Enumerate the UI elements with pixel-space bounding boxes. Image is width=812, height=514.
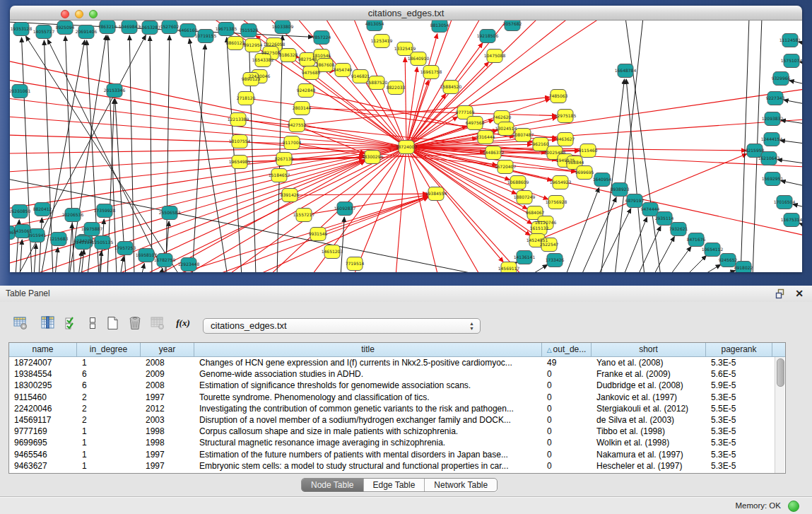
table-row[interactable]: 1872400712008Changes of HCN gene express…: [9, 357, 785, 368]
graph-node-label: 1733426: [546, 257, 565, 262]
graph-node-label: 7863214: [98, 24, 117, 29]
column-header-year[interactable]: year: [141, 343, 194, 356]
graph-edge: [784, 100, 802, 104]
graph-node-label: 6879197: [625, 198, 645, 203]
graph-node-label: 16033809: [272, 24, 294, 29]
table-scrollbar[interactable]: [775, 357, 784, 473]
column-header-pagerank[interactable]: pagerank: [706, 343, 772, 356]
table-selector-dropdown[interactable]: citations_edges.txt ▲▼: [203, 318, 481, 334]
graph-edge: [39, 218, 42, 272]
table-row[interactable]: 911546021997Tourette syndrome. Phenomeno…: [9, 392, 785, 403]
close-panel-icon[interactable]: ✕: [795, 288, 804, 299]
table-row[interactable]: 1938455462009Genome-wide association stu…: [9, 368, 785, 380]
table-cell: Estimation of significance thresholds fo…: [194, 380, 542, 391]
trash-icon[interactable]: [126, 313, 144, 333]
table-cell: Structural magnetic resonance image aver…: [194, 437, 542, 448]
graph-node-label: 9699695: [575, 170, 594, 175]
graph-node-label: 1527602: [160, 24, 180, 29]
graph-node-label: 962160: [533, 141, 549, 146]
graph-node-label: 10469843: [119, 24, 141, 29]
graph-edge: [160, 269, 163, 272]
graph-node-label: 9117004: [283, 140, 302, 145]
sort-ascending-icon: △: [547, 346, 552, 354]
graph-node-label: 20153346: [104, 88, 126, 93]
column-header-in_degree[interactable]: in_degree: [77, 343, 141, 356]
table-cell: 5.3E-5: [706, 357, 772, 368]
graph-edge: [227, 37, 242, 272]
table-row[interactable]: 946362711997Embryonic stem cells: a mode…: [9, 460, 785, 472]
table-row[interactable]: 969969511998Structural magnetic resonanc…: [9, 437, 785, 448]
column-header-title[interactable]: title: [194, 343, 542, 356]
graph-node-label: 17016504: [774, 199, 796, 204]
table-cell: 9115460: [9, 392, 77, 403]
table-row[interactable]: 2242004622012Investigating the contribut…: [9, 403, 785, 414]
graph-node-label: 19654985: [229, 159, 251, 164]
graph-node-label: 10025488: [544, 150, 566, 155]
table-column-icon[interactable]: [39, 313, 57, 333]
network-window-titlebar[interactable]: citations_edges.txt: [10, 6, 802, 21]
graph-node-label: 9329966: [772, 76, 791, 81]
table-cell: Embryonic stem cells: a model to study s…: [194, 460, 542, 472]
tab-edge-table[interactable]: Edge Table: [364, 479, 425, 491]
graph-edge: [717, 271, 736, 272]
table-header-row: namein_degreeyeartitle△out_de...shortpag…: [9, 343, 785, 357]
graph-edge: [581, 197, 616, 272]
column-header-out_de[interactable]: △out_de...: [542, 343, 592, 356]
table-cell: Franke et al. (2009): [592, 368, 706, 380]
graph-edge: [20, 240, 22, 272]
graph-node-label: 7515528: [240, 28, 259, 33]
delete-table-icon[interactable]: [148, 313, 167, 333]
tab-node-table[interactable]: Node Table: [302, 479, 364, 491]
graph-node-label: 16961758: [420, 69, 442, 74]
graph-node-label: 15184657: [269, 173, 290, 177]
table-cell: 2012: [141, 403, 194, 414]
memory-ok-indicator-icon[interactable]: [788, 501, 799, 512]
graph-edge: [78, 251, 82, 272]
graph-node-label: 10688609: [507, 180, 529, 185]
table-row[interactable]: 1830029562008Estimation of significance …: [9, 380, 785, 391]
table-cell: Tourette syndrome. Phenomenology and cla…: [194, 392, 542, 403]
table-cell: 0: [542, 368, 592, 380]
graph-node-label: 2803144: [293, 105, 312, 110]
graph-node-label: 8454749: [334, 67, 353, 72]
table-cell: 1: [77, 426, 141, 437]
network-window[interactable]: citations_edges.txt 19353128140557178925…: [10, 6, 802, 272]
function-icon[interactable]: f(x): [174, 313, 192, 333]
graph-node-label: 9242848: [297, 88, 316, 93]
table-row[interactable]: 977716911998Corpus callosum shape and si…: [9, 426, 785, 437]
tab-network-table[interactable]: Network Table: [425, 479, 497, 491]
graph-edge: [304, 195, 428, 215]
new-file-icon[interactable]: [103, 313, 122, 333]
network-canvas[interactable]: 1935312814055717892509420691406786321410…: [10, 21, 802, 272]
graph-node-label: 6497568: [466, 120, 485, 125]
graph-node-label: 12505135: [92, 240, 114, 245]
table-settings-icon[interactable]: [11, 313, 30, 333]
table-cell: Investigating the contribution of common…: [194, 403, 542, 414]
column-pair-icon[interactable]: [83, 313, 102, 333]
graph-node-label: 13325419: [394, 46, 416, 51]
float-window-icon[interactable]: [775, 288, 787, 299]
graph-node-label: 2935114: [655, 216, 674, 221]
table-row[interactable]: 1456911722003Disruption of a novel membe…: [9, 414, 785, 426]
table-checks-icon[interactable]: [62, 313, 81, 333]
graph-node-label: 8860123: [226, 40, 245, 45]
graph-edge: [793, 204, 802, 207]
graph-node-label: 10654112: [702, 247, 724, 252]
table-cell: Disruption of a novel member of a sodium…: [194, 414, 542, 426]
scrollbar-thumb[interactable]: [777, 358, 784, 387]
graph-node-label: 14486372: [483, 150, 505, 155]
graph-node-label: 2316444: [476, 134, 495, 139]
node-table: namein_degreeyeartitle△out_de...shortpag…: [8, 342, 786, 474]
column-header-short[interactable]: short: [592, 343, 706, 356]
table-cell: Stergiakouli et al. (2012): [592, 403, 706, 414]
column-header-name[interactable]: name: [9, 343, 77, 356]
graph-node-label: 18226058: [264, 42, 286, 47]
graph-node-label: 3915941: [28, 233, 47, 238]
graph-edge: [406, 147, 802, 167]
table-cell: 1: [77, 437, 141, 448]
table-cell: 1997: [141, 392, 194, 403]
table-cell: 1998: [141, 437, 194, 448]
table-row[interactable]: 946554611997Estimation of the future num…: [9, 449, 785, 460]
graph-node-label: 26260850: [10, 209, 30, 214]
graph-node-label: 9146821: [351, 74, 370, 78]
